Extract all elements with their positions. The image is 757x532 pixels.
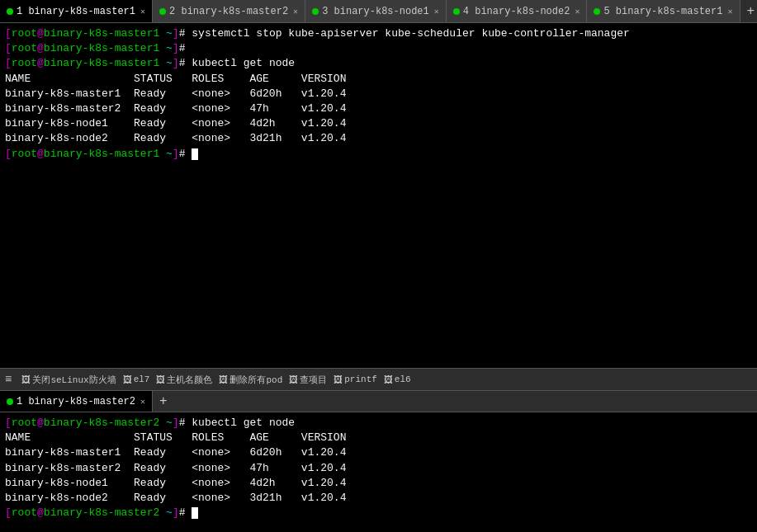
tab-active-dot (7, 8, 13, 15)
table-header-line: NAME STATUS ROLES AGE VERSION (5, 72, 752, 87)
toolbar-item-el6[interactable]: 🖼 el6 (384, 374, 411, 385)
terminal-line: [root@binary-k8s-master1 ~]# kubectl get… (5, 56, 752, 71)
tab-4-binary-k8s-node2[interactable]: 4 binary-k8s-node2 ✕ (447, 0, 588, 22)
tab-close-icon[interactable]: ✕ (727, 7, 732, 16)
toolbar-item-icon: 🖼 (384, 374, 393, 385)
tab-dot (159, 8, 166, 15)
toolbar-item-close-selinux[interactable]: 🖼 关闭seLinux防火墙 (21, 374, 116, 386)
table-row-line: binary-k8s-node1 Ready <none> 4d2h v1.20… (5, 476, 752, 491)
toolbar-item-icon: 🖼 (123, 374, 132, 385)
table-row-line: binary-k8s-node2 Ready <none> 3d21h v1.2… (5, 491, 752, 506)
bottom-tab-bar: 1 binary-k8s-master2 ✕ + (0, 391, 757, 412)
tab-label: 4 binary-k8s-node2 (463, 6, 570, 17)
toolbar-item-check-project[interactable]: 🖼 查项目 (289, 374, 327, 386)
tab-label: 1 binary-k8s-master2 (17, 396, 135, 407)
tab-2-binary-k8s-master2[interactable]: 2 binary-k8s-master2 ✕ (153, 0, 305, 22)
toolbar-item-hostname-color[interactable]: 🖼 主机名颜色 (156, 374, 212, 386)
toolbar-item-icon: 🖼 (21, 374, 31, 385)
table-row-line: binary-k8s-master2 Ready <none> 47h v1.2… (5, 461, 752, 476)
tab-label: 3 binary-k8s-node1 (322, 6, 429, 17)
tab-close-icon[interactable]: ✕ (434, 7, 439, 16)
toolbar-item-icon: 🖼 (156, 374, 165, 385)
terminal-line: [root@binary-k8s-master2 ~]# kubectl get… (5, 416, 752, 431)
toolbar-item-label: el7 (134, 374, 150, 384)
tab-label: 1 binary-k8s-master1 (17, 6, 135, 17)
add-bottom-tab-button[interactable]: + (153, 394, 174, 409)
terminal-line: [root@binary-k8s-master1 ~]# systemctl s… (5, 26, 752, 41)
tab-close-icon[interactable]: ✕ (140, 7, 145, 16)
terminal-top[interactable]: [root@binary-k8s-master1 ~]# systemctl s… (0, 23, 757, 368)
toolbar: ≡ 🖼 关闭seLinux防火墙 🖼 el7 🖼 主机名颜色 🖼 删除所有pod… (0, 368, 757, 391)
tab-label: 5 binary-k8s-master1 (603, 6, 722, 17)
toolbar-item-label: 删除所有pod (229, 374, 282, 386)
tab-close-icon[interactable]: ✕ (140, 397, 145, 407)
bottom-tab-1-binary-k8s-master2[interactable]: 1 binary-k8s-master2 ✕ (0, 391, 153, 412)
terminal-cursor (192, 507, 198, 519)
table-header-line: NAME STATUS ROLES AGE VERSION (5, 431, 752, 445)
table-row-line: binary-k8s-master1 Ready <none> 6d20h v1… (5, 87, 752, 101)
toolbar-item-delete-pods[interactable]: 🖼 删除所有pod (219, 374, 282, 386)
main-layout: [root@binary-k8s-master1 ~]# systemctl s… (0, 23, 757, 532)
toolbar-item-icon: 🖼 (219, 374, 228, 385)
terminal-bottom[interactable]: [root@binary-k8s-master2 ~]# kubectl get… (0, 412, 757, 532)
tab-1-binary-k8s-master1[interactable]: 1 binary-k8s-master1 ✕ (0, 0, 153, 22)
toolbar-item-label: printf (344, 374, 377, 384)
tab-dot (594, 8, 600, 15)
toolbar-item-label: 关闭seLinux防火墙 (32, 374, 116, 386)
tab-active-dot (7, 398, 13, 405)
tab-dot (312, 8, 319, 15)
top-tab-bar: 1 binary-k8s-master1 ✕ 2 binary-k8s-mast… (0, 0, 757, 23)
tab-close-icon[interactable]: ✕ (293, 7, 298, 16)
terminal-cursor (192, 148, 198, 160)
hamburger-icon[interactable]: ≡ (5, 373, 12, 386)
tab-5-binary-k8s-master1[interactable]: 5 binary-k8s-master1 ✕ (587, 0, 740, 22)
tab-dot (453, 8, 460, 15)
toolbar-item-el7[interactable]: 🖼 el7 (123, 374, 150, 385)
tab-close-icon[interactable]: ✕ (575, 7, 580, 16)
table-row-line: binary-k8s-node2 Ready <none> 3d21h v1.2… (5, 131, 752, 146)
terminal-line: [root@binary-k8s-master1 ~]# (5, 41, 752, 56)
tab-label: 2 binary-k8s-master2 (169, 6, 288, 17)
toolbar-item-icon: 🖼 (289, 374, 298, 385)
terminal-prompt-cursor-line: [root@binary-k8s-master2 ~]# (5, 506, 752, 520)
toolbar-item-printf[interactable]: 🖼 printf (334, 374, 377, 385)
table-row-line: binary-k8s-master1 Ready <none> 6d20h v1… (5, 445, 752, 460)
table-row-line: binary-k8s-node1 Ready <none> 4d2h v1.20… (5, 116, 752, 131)
table-row-line: binary-k8s-master2 Ready <none> 47h v1.2… (5, 101, 752, 116)
add-tab-button[interactable]: + (740, 4, 758, 19)
toolbar-item-label: 查项目 (300, 374, 327, 386)
tab-3-binary-k8s-node1[interactable]: 3 binary-k8s-node1 ✕ (305, 0, 447, 22)
terminal-prompt-cursor-line: [root@binary-k8s-master1 ~]# (5, 147, 752, 162)
toolbar-item-icon: 🖼 (334, 374, 343, 385)
toolbar-item-label: 主机名颜色 (167, 374, 212, 386)
toolbar-item-label: el6 (395, 374, 411, 384)
